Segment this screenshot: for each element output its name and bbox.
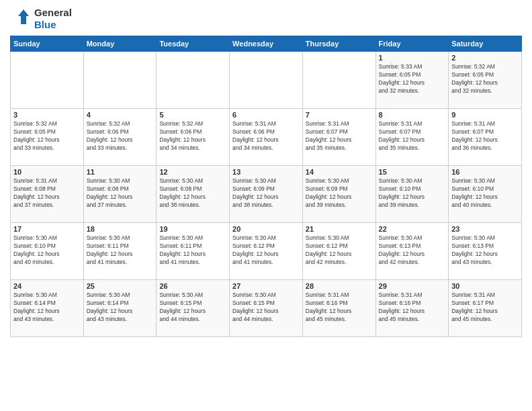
day-number: 8: [379, 111, 446, 119]
day-info: Sunrise: 5:30 AM Sunset: 6:10 PM Dayligh…: [379, 177, 446, 210]
day-info: Sunrise: 5:30 AM Sunset: 6:11 PM Dayligh…: [87, 234, 154, 267]
day-number: 27: [232, 282, 300, 290]
day-number: 18: [87, 225, 154, 233]
day-number: 13: [232, 168, 300, 176]
day-info: Sunrise: 5:31 AM Sunset: 6:16 PM Dayligh…: [306, 291, 373, 324]
calendar-cell: 8Sunrise: 5:31 AM Sunset: 6:07 PM Daylig…: [375, 109, 449, 166]
day-info: Sunrise: 5:30 AM Sunset: 6:14 PM Dayligh…: [13, 291, 81, 324]
weekday-header-tuesday: Tuesday: [157, 36, 230, 52]
calendar-week-3: 10Sunrise: 5:31 AM Sunset: 6:08 PM Dayli…: [11, 166, 522, 223]
day-number: 5: [159, 111, 226, 119]
calendar-cell: 21Sunrise: 5:30 AM Sunset: 6:12 PM Dayli…: [302, 223, 375, 280]
calendar-table: SundayMondayTuesdayWednesdayThursdayFrid…: [10, 36, 522, 337]
day-number: 10: [13, 168, 81, 176]
day-info: Sunrise: 5:30 AM Sunset: 6:08 PM Dayligh…: [159, 177, 226, 210]
calendar-week-5: 24Sunrise: 5:30 AM Sunset: 6:14 PM Dayli…: [11, 280, 522, 337]
day-number: 12: [159, 168, 226, 176]
weekday-header-thursday: Thursday: [302, 36, 375, 52]
day-number: 30: [451, 282, 519, 290]
day-info: Sunrise: 5:30 AM Sunset: 6:12 PM Dayligh…: [232, 234, 300, 267]
calendar-cell: 18Sunrise: 5:30 AM Sunset: 6:11 PM Dayli…: [83, 223, 157, 280]
day-number: 20: [232, 225, 300, 233]
day-number: 2: [451, 54, 519, 62]
calendar-cell: 3Sunrise: 5:32 AM Sunset: 6:05 PM Daylig…: [11, 109, 84, 166]
calendar-cell: 15Sunrise: 5:30 AM Sunset: 6:10 PM Dayli…: [375, 166, 449, 223]
logo-svg: [10, 8, 32, 30]
calendar-cell: 7Sunrise: 5:31 AM Sunset: 6:07 PM Daylig…: [302, 109, 375, 166]
day-info: Sunrise: 5:30 AM Sunset: 6:11 PM Dayligh…: [159, 234, 226, 267]
day-info: Sunrise: 5:32 AM Sunset: 6:06 PM Dayligh…: [159, 120, 226, 152]
calendar-cell: 28Sunrise: 5:31 AM Sunset: 6:16 PM Dayli…: [302, 280, 375, 337]
day-number: 6: [232, 111, 300, 119]
day-number: 25: [87, 282, 154, 290]
calendar-cell: 14Sunrise: 5:30 AM Sunset: 6:09 PM Dayli…: [302, 166, 375, 223]
calendar-cell: 4Sunrise: 5:32 AM Sunset: 6:06 PM Daylig…: [83, 109, 157, 166]
calendar-cell: 11Sunrise: 5:30 AM Sunset: 6:08 PM Dayli…: [83, 166, 157, 223]
day-info: Sunrise: 5:31 AM Sunset: 6:07 PM Dayligh…: [306, 120, 373, 152]
calendar-cell: 17Sunrise: 5:30 AM Sunset: 6:10 PM Dayli…: [11, 223, 84, 280]
calendar-cell: 20Sunrise: 5:30 AM Sunset: 6:12 PM Dayli…: [230, 223, 303, 280]
logo-text: General Blue: [34, 7, 72, 30]
weekday-header-monday: Monday: [83, 36, 157, 52]
calendar-cell: 19Sunrise: 5:30 AM Sunset: 6:11 PM Dayli…: [157, 223, 230, 280]
day-number: 1: [379, 54, 446, 62]
day-info: Sunrise: 5:30 AM Sunset: 6:13 PM Dayligh…: [379, 234, 446, 267]
calendar-cell: [11, 52, 84, 109]
weekday-header-row: SundayMondayTuesdayWednesdayThursdayFrid…: [11, 36, 522, 52]
day-info: Sunrise: 5:30 AM Sunset: 6:15 PM Dayligh…: [159, 291, 226, 324]
calendar-cell: 27Sunrise: 5:30 AM Sunset: 6:15 PM Dayli…: [230, 280, 303, 337]
calendar-cell: 16Sunrise: 5:30 AM Sunset: 6:10 PM Dayli…: [449, 166, 522, 223]
page: General Blue SundayMondayTuesdayWednesda…: [0, 0, 532, 411]
day-number: 21: [306, 225, 373, 233]
calendar-cell: 10Sunrise: 5:31 AM Sunset: 6:08 PM Dayli…: [11, 166, 84, 223]
day-number: 4: [87, 111, 154, 119]
day-number: 26: [159, 282, 226, 290]
calendar-cell: 1Sunrise: 5:33 AM Sunset: 6:05 PM Daylig…: [375, 52, 449, 109]
day-info: Sunrise: 5:31 AM Sunset: 6:06 PM Dayligh…: [232, 120, 300, 152]
day-number: 15: [379, 168, 446, 176]
weekday-header-sunday: Sunday: [11, 36, 84, 52]
day-info: Sunrise: 5:30 AM Sunset: 6:15 PM Dayligh…: [232, 291, 300, 324]
day-number: 16: [451, 168, 519, 176]
day-info: Sunrise: 5:31 AM Sunset: 6:17 PM Dayligh…: [451, 291, 519, 324]
day-info: Sunrise: 5:30 AM Sunset: 6:09 PM Dayligh…: [232, 177, 300, 210]
day-number: 14: [306, 168, 373, 176]
weekday-header-friday: Friday: [375, 36, 449, 52]
calendar-cell: 12Sunrise: 5:30 AM Sunset: 6:08 PM Dayli…: [157, 166, 230, 223]
calendar-cell: 23Sunrise: 5:30 AM Sunset: 6:13 PM Dayli…: [449, 223, 522, 280]
day-info: Sunrise: 5:31 AM Sunset: 6:16 PM Dayligh…: [379, 291, 446, 324]
day-number: 28: [306, 282, 373, 290]
calendar-cell: 6Sunrise: 5:31 AM Sunset: 6:06 PM Daylig…: [230, 109, 303, 166]
day-info: Sunrise: 5:31 AM Sunset: 6:08 PM Dayligh…: [13, 177, 81, 210]
day-number: 29: [379, 282, 446, 290]
calendar-cell: 26Sunrise: 5:30 AM Sunset: 6:15 PM Dayli…: [157, 280, 230, 337]
day-info: Sunrise: 5:30 AM Sunset: 6:08 PM Dayligh…: [87, 177, 154, 210]
day-info: Sunrise: 5:31 AM Sunset: 6:07 PM Dayligh…: [379, 120, 446, 152]
day-number: 11: [87, 168, 154, 176]
logo-blue: Blue: [34, 19, 56, 30]
calendar-cell: 5Sunrise: 5:32 AM Sunset: 6:06 PM Daylig…: [157, 109, 230, 166]
day-number: 23: [451, 225, 519, 233]
day-number: 24: [13, 282, 81, 290]
calendar-cell: 25Sunrise: 5:30 AM Sunset: 6:14 PM Dayli…: [83, 280, 157, 337]
calendar-cell: [157, 52, 230, 109]
day-info: Sunrise: 5:30 AM Sunset: 6:10 PM Dayligh…: [13, 234, 81, 267]
calendar-cell: [83, 52, 157, 109]
header: General Blue: [10, 7, 522, 30]
day-info: Sunrise: 5:31 AM Sunset: 6:07 PM Dayligh…: [451, 120, 519, 152]
logo: General Blue: [10, 7, 72, 30]
weekday-header-saturday: Saturday: [449, 36, 522, 52]
calendar-cell: [230, 52, 303, 109]
calendar-cell: 9Sunrise: 5:31 AM Sunset: 6:07 PM Daylig…: [449, 109, 522, 166]
day-info: Sunrise: 5:30 AM Sunset: 6:13 PM Dayligh…: [451, 234, 519, 267]
calendar-cell: 2Sunrise: 5:32 AM Sunset: 6:05 PM Daylig…: [449, 52, 522, 109]
day-number: 7: [306, 111, 373, 119]
day-info: Sunrise: 5:33 AM Sunset: 6:05 PM Dayligh…: [379, 63, 446, 95]
day-info: Sunrise: 5:30 AM Sunset: 6:14 PM Dayligh…: [87, 291, 154, 324]
calendar-cell: [302, 52, 375, 109]
calendar-cell: 29Sunrise: 5:31 AM Sunset: 6:16 PM Dayli…: [375, 280, 449, 337]
day-number: 17: [13, 225, 81, 233]
calendar-cell: 22Sunrise: 5:30 AM Sunset: 6:13 PM Dayli…: [375, 223, 449, 280]
day-info: Sunrise: 5:32 AM Sunset: 6:05 PM Dayligh…: [451, 63, 519, 95]
svg-marker-1: [18, 9, 29, 24]
